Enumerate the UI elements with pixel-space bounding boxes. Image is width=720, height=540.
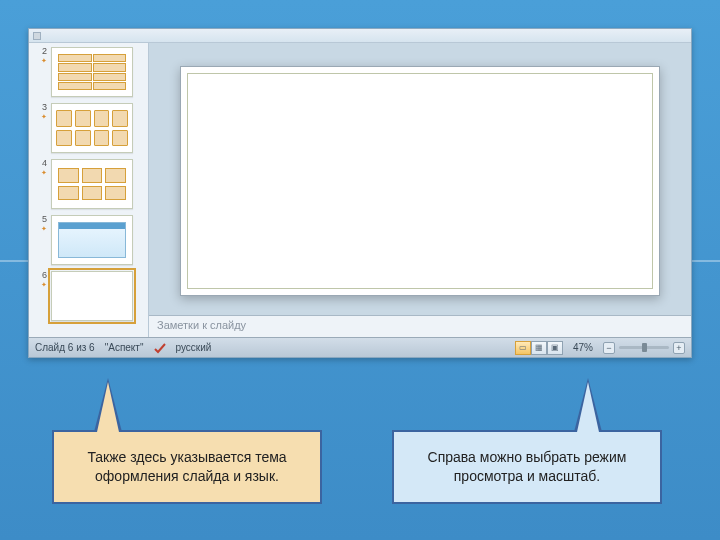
thumb-row[interactable]: 3 ✦	[35, 103, 142, 153]
callout-tail-icon	[94, 378, 122, 432]
callout-text: Справа можно выбрать режим просмотра и м…	[428, 449, 627, 484]
thumb-row[interactable]: 4 ✦	[35, 159, 142, 209]
slideshow-view-button[interactable]: ▣	[547, 341, 563, 355]
language-indicator[interactable]: русский	[176, 342, 212, 353]
thumb-number: 6	[35, 271, 47, 280]
animation-star-icon: ✦	[41, 225, 47, 232]
animation-star-icon: ✦	[41, 57, 47, 64]
animation-star-icon: ✦	[41, 281, 47, 288]
minus-icon: −	[606, 343, 611, 353]
slide-thumbnail[interactable]	[51, 47, 133, 97]
zoom-in-button[interactable]: +	[673, 342, 685, 354]
sorter-view-icon: ▦	[535, 343, 543, 352]
view-buttons-group: ▭ ▦ ▣	[515, 341, 563, 355]
notes-pane[interactable]: Заметки к слайду	[149, 315, 691, 337]
current-slide[interactable]	[180, 66, 660, 296]
toolbar-grip-icon	[33, 32, 41, 40]
thumb-preview-content	[58, 54, 126, 90]
zoom-out-button[interactable]: −	[603, 342, 615, 354]
normal-view-button[interactable]: ▭	[515, 341, 531, 355]
zoom-control: − +	[603, 342, 685, 354]
slide-thumbnails-panel[interactable]: 2 ✦ 3 ✦	[29, 43, 149, 337]
thumb-meta: 5 ✦	[35, 215, 47, 232]
thumb-row[interactable]: 2 ✦	[35, 47, 142, 97]
zoom-slider[interactable]	[619, 346, 669, 349]
thumb-preview-content	[58, 168, 126, 200]
slide-thumbnail[interactable]	[51, 159, 133, 209]
thumb-meta: 2 ✦	[35, 47, 47, 64]
thumb-number: 3	[35, 103, 47, 112]
thumb-meta: 4 ✦	[35, 159, 47, 176]
slide-canvas-area[interactable]	[149, 43, 691, 315]
content-area: 2 ✦ 3 ✦	[29, 43, 691, 337]
editor-area: Заметки к слайду	[149, 43, 691, 337]
sorter-view-button[interactable]: ▦	[531, 341, 547, 355]
notes-placeholder: Заметки к слайду	[157, 319, 246, 331]
callout-tail-icon	[574, 378, 602, 432]
callout-theme-language: Также здесь указывается тема оформления …	[52, 430, 322, 504]
window-toolbar	[29, 29, 691, 43]
animation-star-icon: ✦	[41, 169, 47, 176]
thumb-meta: 6 ✦	[35, 271, 47, 288]
callout-view-zoom: Справа можно выбрать режим просмотра и м…	[392, 430, 662, 504]
slide-thumbnail[interactable]	[51, 271, 133, 321]
thumb-number: 4	[35, 159, 47, 168]
callout-text: Также здесь указывается тема оформления …	[87, 449, 286, 484]
thumb-number: 5	[35, 215, 47, 224]
thumb-preview-content	[58, 222, 126, 258]
annotation-layer: Также здесь указывается тема оформления …	[0, 360, 720, 530]
theme-name: "Аспект"	[105, 342, 144, 353]
slide-counter: Слайд 6 из 6	[35, 342, 95, 353]
animation-star-icon: ✦	[41, 113, 47, 120]
slideshow-view-icon: ▣	[551, 343, 559, 352]
normal-view-icon: ▭	[519, 343, 527, 352]
thumb-number: 2	[35, 47, 47, 56]
powerpoint-window: 2 ✦ 3 ✦	[28, 28, 692, 358]
slide-thumbnail[interactable]	[51, 103, 133, 153]
thumb-preview-content	[56, 110, 128, 146]
slide-thumbnail[interactable]	[51, 215, 133, 265]
thumb-row[interactable]: 6 ✦	[35, 271, 142, 321]
thumb-meta: 3 ✦	[35, 103, 47, 120]
zoom-percent[interactable]: 47%	[573, 342, 593, 353]
plus-icon: +	[676, 343, 681, 353]
thumb-row[interactable]: 5 ✦	[35, 215, 142, 265]
spellcheck-icon[interactable]	[154, 342, 166, 354]
status-bar: Слайд 6 из 6 "Аспект" русский ▭ ▦ ▣ 47% …	[29, 337, 691, 357]
